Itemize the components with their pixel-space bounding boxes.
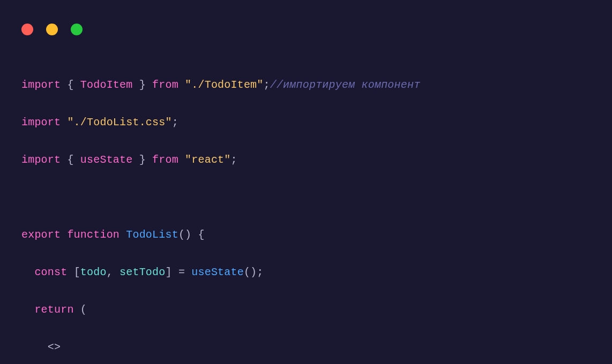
keyword-return: return: [34, 304, 73, 316]
string-css-path: "./TodoList.css": [67, 116, 171, 128]
code-line: return (: [21, 300, 591, 319]
code-line: import "./TodoList.css";: [21, 113, 591, 132]
identifier-useState: useState: [80, 154, 133, 166]
keyword-function: function: [67, 229, 120, 241]
minimize-icon[interactable]: [46, 24, 58, 35]
function-name-TodoList: TodoList: [126, 229, 178, 241]
keyword-export: export: [21, 229, 61, 241]
string-react: "react": [185, 154, 230, 166]
keyword-const: const: [34, 266, 67, 278]
var-todo: todo: [80, 266, 107, 278]
code-line: import { TodoItem } from "./TodoItem";//…: [21, 75, 591, 94]
maximize-icon[interactable]: [71, 24, 83, 35]
traffic-lights: [21, 24, 83, 35]
keyword-import: import: [21, 79, 61, 91]
keyword-from: from: [152, 79, 178, 91]
call-useState: useState: [191, 266, 244, 278]
code-editor-window: import { TodoItem } from "./TodoItem";//…: [0, 0, 612, 364]
close-icon[interactable]: [21, 24, 33, 35]
identifier-TodoItem: TodoItem: [80, 79, 133, 91]
code-block: import { TodoItem } from "./TodoItem";//…: [21, 57, 591, 364]
code-line-blank: [21, 188, 591, 207]
comment-import: //импортируем компонент: [270, 79, 421, 91]
code-line: export function TodoList() {: [21, 225, 591, 244]
code-line: import { useState } from "react";: [21, 150, 591, 169]
code-line: const [todo, setTodo] = useState();: [21, 263, 591, 282]
var-setTodo: setTodo: [120, 266, 165, 278]
string-todoitem-path: "./TodoItem": [185, 79, 263, 91]
code-line: <>: [21, 338, 591, 357]
